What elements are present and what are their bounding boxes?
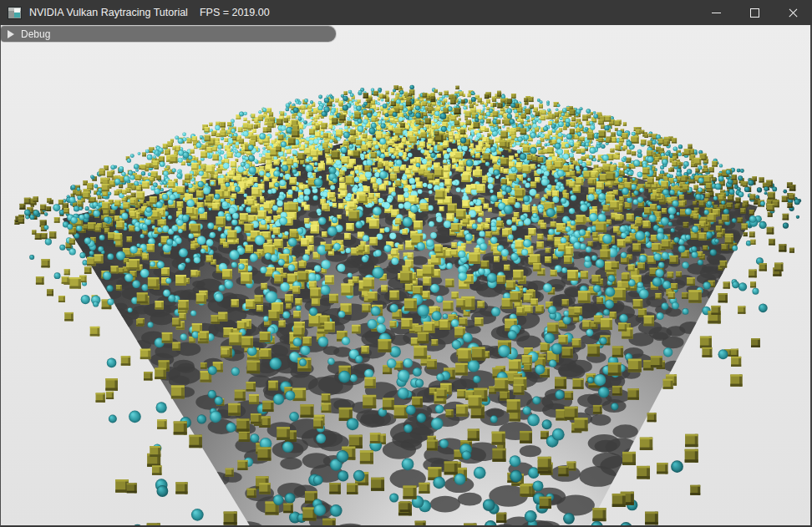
fps-counter: FPS = 2019.00 [200, 7, 270, 18]
minimize-button[interactable] [697, 0, 735, 25]
titlebar: NVIDIA Vulkan Raytracing Tutorial FPS = … [0, 0, 812, 25]
app-icon [8, 8, 21, 18]
debug-panel-header[interactable]: Debug [1, 26, 336, 42]
minimize-icon [712, 13, 721, 13]
window-title: NVIDIA Vulkan Raytracing Tutorial [29, 7, 188, 18]
collapse-arrow-icon [8, 30, 14, 38]
app-window: NVIDIA Vulkan Raytracing Tutorial FPS = … [0, 0, 812, 527]
window-controls [697, 0, 812, 25]
close-icon [788, 8, 799, 18]
debug-panel-label: Debug [21, 28, 50, 40]
maximize-button[interactable] [735, 0, 774, 25]
viewport[interactable]: Debug [0, 25, 812, 527]
raytraced-scene-canvas[interactable] [1, 25, 810, 525]
close-button[interactable] [774, 0, 812, 25]
maximize-icon [750, 8, 759, 18]
